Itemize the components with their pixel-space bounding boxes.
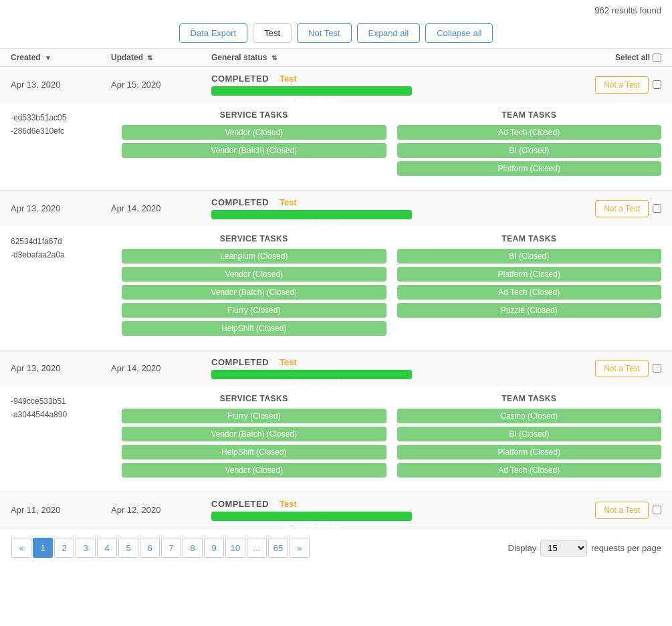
team-task-tag-1-1: Platform (Closed): [397, 267, 662, 282]
pagination: « 1 2 3 4 5 6 7 8 9 10 ... 65 » Display …: [0, 528, 672, 567]
page-1-button[interactable]: 1: [33, 538, 53, 558]
collapse-all-button[interactable]: Collapse all: [425, 23, 493, 43]
team-task-tag-1-0: BI (Closed): [397, 249, 662, 264]
record-id2-0: -286d6e310efc: [11, 126, 111, 136]
team-tasks-col-0: TEAM TASKSAd Tech (Closed)BI (Closed)Pla…: [397, 110, 662, 179]
record-checkbox-3[interactable]: [653, 506, 661, 514]
team-tasks-title-0: TEAM TASKS: [397, 110, 662, 120]
expand-all-button[interactable]: Expand all: [357, 23, 421, 43]
page-6-button[interactable]: 6: [140, 538, 160, 558]
data-export-button[interactable]: Data Export: [179, 23, 248, 43]
not-test-filter-button[interactable]: Not Test: [297, 23, 351, 43]
page-3-button[interactable]: 3: [76, 538, 96, 558]
page-ellipsis: ...: [247, 538, 267, 558]
record-checkbox-0[interactable]: [653, 80, 661, 89]
record-updated-3: Apr 12, 2020: [111, 505, 211, 515]
record-action-col-0: Not a Test: [554, 76, 661, 94]
record-checkbox-1[interactable]: [653, 204, 661, 213]
record-status-section-0: COMPLETEDTest5/5 tasks closed: [211, 74, 554, 96]
record-detail-2: -949cce533b51-a3044544a890SERVICE TASKSF…: [0, 386, 672, 492]
progress-text-3: 9/9 tasks closed: [211, 521, 412, 530]
record-block-3: Apr 11, 2020Apr 12, 2020COMPLETEDTest9/9…: [0, 492, 672, 528]
select-all-checkbox[interactable]: [653, 54, 661, 62]
service-task-tag-1-4: HelpShift (Closed): [122, 321, 386, 336]
record-id1-0: -ed533b51ac05: [11, 113, 111, 122]
status-label-3: COMPLETED: [211, 499, 269, 509]
record-action-col-3: Not a Test: [554, 502, 661, 519]
service-tasks-title-2: SERVICE TASKS: [122, 394, 386, 403]
progress-text-1: 9/9 tasks closed: [211, 219, 412, 229]
updated-sort-icon: ⇅: [147, 54, 152, 62]
record-summary-2: Apr 13, 2020Apr 14, 2020COMPLETEDTest8/8…: [0, 350, 672, 386]
per-page-select[interactable]: 15 25 50 100: [540, 540, 587, 556]
team-task-tag-1-3: Puzzle (Closed): [397, 303, 662, 318]
record-detail-0: -ed533b51ac05-286d6e310efcSERVICE TASKSV…: [0, 102, 672, 190]
team-task-tag-2-3: Ad Tech (Closed): [397, 463, 662, 478]
progress-wrap-0: 5/5 tasks closed: [211, 86, 412, 96]
record-detail-1: 62534d1fa67d-d3ebafaa2a0aSERVICE TASKSLe…: [0, 226, 672, 350]
status-label-1: COMPLETED: [211, 197, 269, 207]
not-a-test-button-1[interactable]: Not a Test: [595, 200, 649, 217]
record-block-1: Apr 13, 2020Apr 14, 2020COMPLETEDTest9/9…: [0, 191, 672, 350]
record-status-section-3: COMPLETEDTest9/9 tasks closed: [211, 499, 554, 521]
progress-wrap-3: 9/9 tasks closed: [211, 512, 412, 521]
per-page-suffix: requests per page: [591, 543, 661, 553]
page-4-button[interactable]: 4: [97, 538, 117, 558]
service-tasks-title-0: SERVICE TASKS: [122, 110, 386, 120]
status-label-2: COMPLETED: [211, 357, 269, 367]
col-header-created[interactable]: Created ▼: [11, 53, 111, 62]
results-count: 962 results found: [594, 5, 661, 15]
service-tasks-col-0: SERVICE TASKSVendor (Closed)Vendor (Batc…: [122, 110, 386, 179]
test-filter-button[interactable]: Test: [253, 23, 292, 43]
col-header-select-all: Select all: [554, 53, 661, 62]
test-badge-3: Test: [279, 499, 297, 509]
record-created-0: Apr 13, 2020: [11, 80, 111, 90]
team-task-tag-2-0: Casino (Closed): [397, 409, 662, 423]
record-updated-0: Apr 15, 2020: [111, 80, 211, 90]
service-task-tag-2-1: Vendor (Batch) (Closed): [122, 427, 386, 441]
page-next-button[interactable]: »: [290, 538, 310, 558]
record-checkbox-2[interactable]: [653, 364, 661, 373]
not-a-test-button-0[interactable]: Not a Test: [595, 76, 649, 94]
team-task-tag-1-2: Ad Tech (Closed): [397, 285, 662, 300]
page-5-button[interactable]: 5: [118, 538, 138, 558]
record-id1-2: -949cce533b51: [11, 397, 111, 406]
col-header-updated[interactable]: Updated ⇅: [111, 53, 211, 62]
record-status-section-1: COMPLETEDTest9/9 tasks closed: [211, 197, 554, 219]
record-created-3: Apr 11, 2020: [11, 505, 111, 515]
test-badge-0: Test: [279, 74, 297, 84]
record-created-1: Apr 13, 2020: [11, 203, 111, 213]
page-9-button[interactable]: 9: [204, 538, 224, 558]
col-header-status[interactable]: General status ⇅: [211, 53, 554, 62]
page-10-button[interactable]: 10: [225, 538, 245, 558]
service-task-tag-1-0: Leanplum (Closed): [122, 249, 386, 264]
page-prev-button[interactable]: «: [11, 538, 31, 558]
record-updated-1: Apr 14, 2020: [111, 203, 211, 213]
team-task-tag-2-2: Platform (Closed): [397, 445, 662, 459]
display-label: Display: [508, 543, 537, 553]
record-id2-2: -a3044544a890: [11, 410, 111, 419]
progress-wrap-2: 8/8 tasks closed: [211, 370, 412, 379]
service-task-tag-0-0: Vendor (Closed): [122, 125, 386, 140]
record-summary-1: Apr 13, 2020Apr 14, 2020COMPLETEDTest9/9…: [0, 191, 672, 226]
test-badge-1: Test: [279, 197, 297, 207]
team-tasks-title-2: TEAM TASKS: [397, 394, 662, 403]
service-task-tag-2-3: Vendor (Closed): [122, 463, 386, 478]
not-a-test-button-2[interactable]: Not a Test: [595, 360, 649, 377]
service-task-tag-2-2: HelpShift (Closed): [122, 445, 386, 459]
service-tasks-col-1: SERVICE TASKSLeanplum (Closed)Vendor (Cl…: [122, 234, 386, 339]
page-65-button[interactable]: 65: [268, 538, 288, 558]
record-block-0: Apr 13, 2020Apr 15, 2020COMPLETEDTest5/5…: [0, 67, 672, 191]
not-a-test-button-3[interactable]: Not a Test: [595, 502, 649, 519]
service-task-tag-1-2: Vendor (Batch) (Closed): [122, 285, 386, 300]
record-ids-2: -949cce533b51-a3044544a890: [11, 394, 111, 481]
team-task-tag-0-1: BI (Closed): [397, 143, 662, 158]
page-7-button[interactable]: 7: [161, 538, 181, 558]
team-tasks-col-1: TEAM TASKSBI (Closed)Platform (Closed)Ad…: [397, 234, 662, 339]
page-8-button[interactable]: 8: [183, 538, 203, 558]
team-task-tag-2-1: BI (Closed): [397, 427, 662, 441]
record-ids-0: -ed533b51ac05-286d6e310efc: [11, 110, 111, 179]
status-sort-icon: ⇅: [271, 54, 277, 62]
page-2-button[interactable]: 2: [54, 538, 74, 558]
record-updated-2: Apr 14, 2020: [111, 363, 211, 373]
